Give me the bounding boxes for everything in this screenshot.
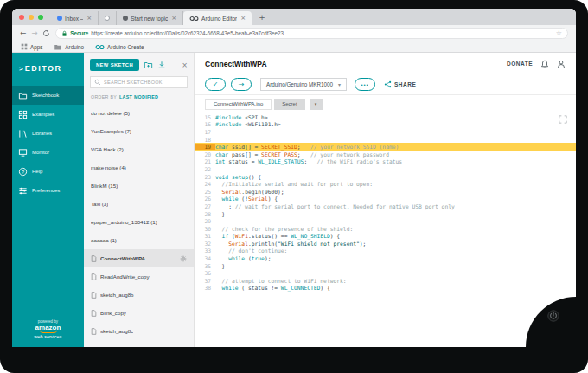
sketch-list-item[interactable]: make noise (4) xyxy=(84,158,194,177)
code-line[interactable]: 18 xyxy=(195,136,576,144)
code-line[interactable]: 17 xyxy=(195,128,576,136)
sketchbook-panel: NEW SKETCH × ORDER BY LAST MODIFIED do n… xyxy=(84,53,195,347)
sketch-list-item[interactable]: ReadAndWrite_copy xyxy=(84,267,194,286)
code-line[interactable]: 31 if (WiFi.status() == WL_NO_SHIELD) { xyxy=(195,233,576,241)
sketch-list-item[interactable]: ConnectWithWPA xyxy=(84,249,194,267)
browser-tab[interactable]: Arduino Editor× xyxy=(183,11,252,25)
more-options-button[interactable]: ••• xyxy=(355,78,375,91)
bookmark-label: Arduino Create xyxy=(107,44,144,50)
code-line[interactable]: 38 while ( status != WL_CONNECTED) { xyxy=(195,285,576,293)
code-line[interactable]: 24 //Initialize serial and wait for port… xyxy=(195,180,576,188)
code-editor[interactable]: 15#include <SPI.h>16#include <WiFi101.h>… xyxy=(195,110,576,347)
bookmark-item[interactable]: Apps xyxy=(21,43,42,50)
upload-button[interactable]: → xyxy=(231,78,252,91)
verify-button[interactable]: ✓ xyxy=(205,78,226,91)
code-line[interactable]: 29 xyxy=(195,217,576,225)
libraries-icon xyxy=(18,129,28,138)
sketch-list-item[interactable]: VGA Hack (2) xyxy=(84,140,194,158)
line-number: 37 xyxy=(195,278,215,284)
line-number: 30 xyxy=(195,226,215,232)
preferences-icon xyxy=(18,186,28,196)
sidebar-item-label: Libraries xyxy=(32,131,52,136)
share-button[interactable]: SHARE xyxy=(384,80,416,88)
code-line[interactable]: 30 // check for the presence of the shie… xyxy=(195,225,576,233)
close-tab-icon[interactable]: × xyxy=(240,15,246,22)
browser-tab[interactable]: Start new topic× xyxy=(117,11,183,25)
import-sketch-icon[interactable] xyxy=(157,61,166,69)
sketch-name: ConnectWithWPA xyxy=(100,255,145,261)
new-tab-button[interactable]: + xyxy=(252,13,272,22)
line-number: 17 xyxy=(195,129,215,135)
code-line[interactable]: 26 while (!Serial) { xyxy=(195,196,576,203)
code-line[interactable]: 27 ; // wait for serial port to connect.… xyxy=(195,203,576,210)
code-line[interactable]: 33 // don't continue: xyxy=(195,248,576,255)
code-line[interactable]: 25 Serial.begin(9600); xyxy=(195,188,576,196)
sketch-list-item[interactable]: epaper_arduino_130412 (1) xyxy=(84,213,194,231)
sidebar-item-help[interactable]: ?Help xyxy=(12,162,84,181)
code-line[interactable]: 34 while (true); xyxy=(195,254,576,262)
code-line[interactable]: 22 xyxy=(195,165,576,173)
address-bar[interactable]: Secure https://create.arduino.cc/editor/… xyxy=(55,28,568,39)
code-line[interactable]: 15#include <SPI.h> xyxy=(195,113,576,121)
close-window-button[interactable] xyxy=(19,15,24,20)
bookmark-item[interactable]: Arduino xyxy=(54,43,84,51)
sketch-list-item[interactable]: aaaaaa (1) xyxy=(84,231,194,249)
code-line[interactable]: 19char ssid[] = SECRET_SSID; // your net… xyxy=(195,143,576,151)
sketch-list-item[interactable]: BlinkM (15) xyxy=(84,177,194,195)
line-number: 24 xyxy=(195,181,215,187)
new-folder-icon[interactable] xyxy=(144,61,153,69)
fullscreen-icon[interactable] xyxy=(559,115,567,124)
sketch-list-item[interactable]: Taxi (3) xyxy=(84,195,194,213)
board-selector[interactable]: Arduino/Genuino MKR1000 ▾ xyxy=(260,78,347,91)
sketch-list-item[interactable]: sketch_aug8b xyxy=(84,286,194,304)
gear-icon[interactable] xyxy=(180,255,187,262)
file-tab-dropdown[interactable]: ▾ xyxy=(310,99,323,110)
refresh-icon[interactable] xyxy=(42,29,50,37)
browser-tab[interactable] xyxy=(99,11,117,25)
back-button[interactable]: ← xyxy=(20,29,26,37)
code-line[interactable]: 23void setup() { xyxy=(195,173,576,181)
sidebar-item-libraries[interactable]: Libraries xyxy=(12,124,84,143)
zoom-window-button[interactable] xyxy=(38,15,43,20)
new-sketch-button[interactable]: NEW SKETCH xyxy=(90,59,139,71)
user-icon[interactable] xyxy=(557,60,566,68)
browser-tabs: Inbox –×Start new topic×Arduino Editor× xyxy=(51,9,252,25)
sketch-list-item[interactable]: Blink_copy xyxy=(84,304,194,322)
order-by-select[interactable]: LAST MODIFIED xyxy=(119,94,158,100)
sketch-list-item[interactable]: sketch_aug8c xyxy=(84,322,194,340)
sketch-name: sketch_aug8b xyxy=(100,292,134,298)
close-tab-icon[interactable]: × xyxy=(171,15,176,22)
forward-button[interactable]: → xyxy=(31,29,37,37)
aws-amazon-text: amazon xyxy=(12,324,84,331)
code-line[interactable]: 35 } xyxy=(195,262,576,270)
code-line[interactable]: 36 xyxy=(195,269,576,277)
bookmark-star-icon[interactable]: ☆ xyxy=(556,29,562,37)
browser-window: Inbox –×Start new topic×Arduino Editor× … xyxy=(12,9,576,347)
code-line[interactable]: 32 Serial.println("WiFi shield not prese… xyxy=(195,240,576,248)
code-line[interactable]: 28 } xyxy=(195,210,576,218)
minimize-window-button[interactable] xyxy=(29,15,34,20)
file-tab[interactable]: ConnectWithWPA.ino xyxy=(205,99,272,110)
code-line[interactable]: 21int status = WL_IDLE_STATUS; // the Wi… xyxy=(195,158,576,166)
close-tab-icon[interactable]: × xyxy=(86,15,92,22)
code-line[interactable]: 16#include <WiFi101.h> xyxy=(195,121,576,129)
bell-icon[interactable] xyxy=(540,60,549,68)
sidebar-item-sketchbook[interactable]: Sketchbook xyxy=(12,86,84,105)
browser-tab[interactable]: Inbox –× xyxy=(51,11,99,25)
donate-link[interactable]: DONATE xyxy=(507,61,533,67)
sketch-list-item[interactable]: do not delete (5) xyxy=(84,104,194,122)
help-icon: ? xyxy=(18,167,28,177)
close-panel-icon[interactable]: × xyxy=(182,61,188,69)
sketch-list-item[interactable]: YunExamples (7) xyxy=(84,122,194,140)
sketch-name: epaper_arduino_130412 (1) xyxy=(91,219,157,225)
sidebar-item-examples[interactable]: Examples xyxy=(12,105,84,124)
sidebar-item-label: Preferences xyxy=(32,188,60,193)
sidebar-item-monitor[interactable]: Monitor xyxy=(12,143,84,162)
bookmark-item[interactable]: Arduino Create xyxy=(95,44,144,50)
sidebar-item-preferences[interactable]: Preferences xyxy=(12,181,84,200)
code-line[interactable]: 37 // attempt to connect to WiFi network… xyxy=(195,277,576,285)
line-number: 18 xyxy=(195,137,215,143)
search-input[interactable] xyxy=(104,80,183,85)
code-line[interactable]: 20char pass[] = SECRET_PASS; // your net… xyxy=(195,151,576,158)
file-tab[interactable]: Secret xyxy=(274,99,304,110)
